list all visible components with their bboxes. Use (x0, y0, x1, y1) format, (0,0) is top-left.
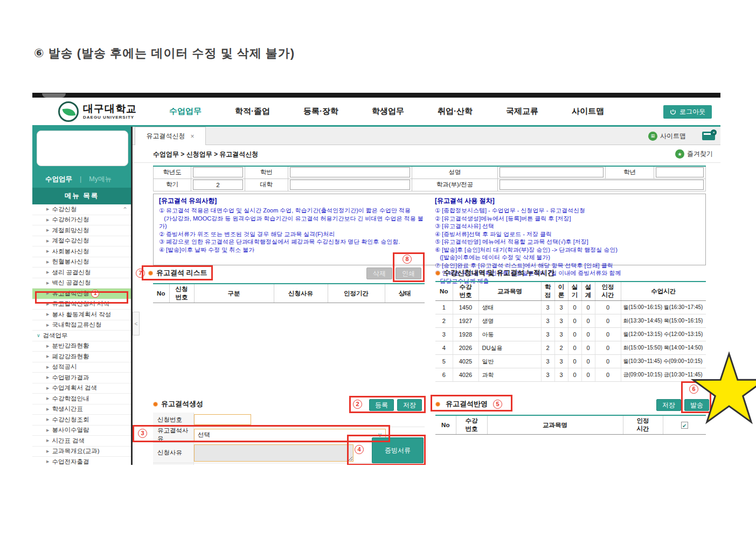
name-input[interactable] (500, 167, 604, 177)
nav-item[interactable]: 학생업무 (372, 106, 404, 116)
column-header: 수강 번호 (456, 415, 487, 435)
sidebar-item[interactable]: ▶유고결석신청1 (32, 289, 131, 299)
university-logo: 대구대학교 DAEGU UNIVERSITY (58, 101, 137, 122)
select-all-checkbox[interactable]: ✔ (681, 422, 688, 429)
breadcrumb: 수업업무 > 신청업무 > 유고결석신청 (153, 150, 258, 159)
major-input[interactable] (500, 180, 704, 190)
table-cell: 4025 (453, 355, 478, 368)
close-icon[interactable]: × (190, 133, 194, 140)
arrow-right-icon: ▶ (46, 228, 49, 232)
sitemap-link[interactable]: ⊞ 사이트맵 (648, 132, 686, 141)
notice-right-title: [유고결석 사용 절차] (435, 196, 701, 205)
nav-item[interactable]: 학적·졸업 (235, 106, 270, 116)
sidebar-item[interactable]: ▶계절희망신청 (32, 225, 131, 236)
print-button[interactable]: 인쇄 (396, 268, 421, 279)
absence-reason-select[interactable]: 선택 ∨ (194, 429, 386, 441)
sidebar-item-label: 수업전자출결 (52, 458, 89, 465)
nav-item[interactable]: 국제교류 (506, 106, 538, 116)
sidebar-item[interactable]: ▶학생시간표 (32, 404, 131, 415)
table-cell: DU실용 (478, 341, 541, 355)
table-row[interactable]: 11450생태33000월(15:00~16:15) 월(16:30~17:45… (435, 301, 706, 314)
table-cell: 3 (541, 328, 554, 341)
table-header-row: No수강 번호교과목명학 점이 론실 기설 계인정 시간수업시간 (435, 282, 706, 301)
evidence-button[interactable]: 증빙서류 (372, 437, 424, 463)
table-row[interactable]: 54025일반33000월(10:30~11:45) 수(09:00~10:15… (435, 355, 706, 368)
sidebar-item[interactable]: ▶성적공시 (32, 362, 131, 373)
table-cell: 과학 (478, 368, 541, 382)
sidebar-item[interactable]: ▶계절수강신청 (32, 236, 131, 247)
nav-item[interactable]: 취업·산학 (438, 106, 473, 116)
table-row[interactable]: 42026DU실용22000화(15:00~15:50) 목(14:00~14:… (435, 341, 706, 355)
scroll-up-arrow[interactable]: ⌃ (122, 206, 128, 214)
year-input[interactable] (193, 167, 243, 177)
sidebar-tab-classwork[interactable]: 수업업무 (45, 175, 72, 184)
table-cell: 금(09:00~10:15) 금(10:30~11:45) (621, 368, 706, 382)
sidebar-item[interactable]: ▶유고결석신청서 서식 (32, 299, 131, 310)
sidebar-item[interactable]: ▶백신 공결신청 (32, 278, 131, 289)
grade-input[interactable] (656, 167, 704, 177)
tab-absence-application[interactable]: 유고결석신청 × (135, 127, 206, 145)
section-bullet-icon (435, 271, 440, 276)
sidebar-item[interactable]: ▶헌혈봉사신청 (32, 257, 131, 268)
create-save-button[interactable]: 저장 (397, 399, 422, 411)
sidebar-item[interactable]: ▶수업전자출결 (32, 457, 131, 465)
apply-save-button[interactable]: 저장 (656, 399, 681, 411)
sidebar-item-label: 수업계획서 검색 (52, 384, 97, 392)
favorite-link[interactable]: ★ 즐겨찾기 (675, 149, 713, 159)
sidebar-item[interactable]: ▶수강신청조회 (32, 415, 131, 426)
sidebar-item[interactable]: ▶봉사 활동계획서 작성 (32, 310, 131, 320)
sidebar-item[interactable]: ▶생리 공결신청 (32, 268, 131, 278)
studentno-input[interactable] (290, 167, 410, 177)
table-cell: 1927 (453, 314, 478, 328)
table-cell: 0 (595, 328, 621, 341)
table-cell: 생명 (478, 314, 541, 328)
table-cell: 0 (595, 368, 621, 382)
semester-input[interactable]: 2 (193, 180, 243, 190)
grade-label: 학년 (606, 166, 654, 179)
college-input[interactable] (290, 180, 410, 190)
sidebar-item-label: 수강신청조회 (52, 416, 89, 424)
sidebar-tab-mymenu[interactable]: My메뉴 (89, 175, 112, 184)
sidebar-item[interactable]: ∨검색업무 (32, 331, 131, 341)
sidebar-item-label: 수강신청 (52, 205, 77, 214)
sidebar-item[interactable]: ▶폐강강좌현황 (32, 352, 131, 362)
arrow-right-icon: ▶ (46, 239, 49, 243)
sidebar-item[interactable]: ▶수강학점안내 (32, 394, 131, 404)
table-cell: 0 (595, 341, 621, 355)
sidebar-item[interactable]: ▶수업계획서 검색 (32, 383, 131, 394)
favorite-star-icon: ★ (675, 149, 684, 159)
close-all-windows-icon[interactable] (702, 132, 715, 140)
sidebar-item[interactable]: ▶시간표 검색 (32, 436, 131, 447)
arrow-right-icon: ▶ (46, 207, 49, 211)
table-cell: 0 (581, 341, 595, 355)
table-cell: 0 (581, 355, 595, 368)
sidebar-item-label: 유고결석신청 (52, 290, 89, 298)
delete-button[interactable]: 삭제 (366, 268, 392, 279)
sidebar-item[interactable]: ▶사회봉사신청 (32, 246, 131, 257)
sidebar-item[interactable]: ▶수강허가신청 (32, 215, 131, 226)
absence-list-table: No신청 번호구분신청사유인정기간상태 (153, 283, 425, 303)
semester-label: 학기 (154, 179, 191, 191)
sidebar-item[interactable]: ▶수강신청 (32, 204, 131, 215)
sidebar-item[interactable]: ▶분반강좌현황 (32, 341, 131, 352)
send-button[interactable]: 발송 (684, 399, 709, 411)
register-button[interactable]: 등록 (369, 399, 394, 411)
sidebar-item-label: 국내학점교류신청 (52, 321, 101, 329)
table-row[interactable]: 64026과학33000금(09:00~10:15) 금(10:30~11:45… (435, 368, 706, 382)
table-row[interactable]: 31928아동33000월(12:00~13:15) 수(12:00~13:15… (435, 328, 706, 341)
logout-button[interactable]: 로그아웃 (663, 105, 712, 119)
sidebar-item[interactable]: ▶교과목개요(교과) (32, 447, 131, 457)
nav-item[interactable]: 수업업무 (169, 106, 202, 116)
sidebar-item[interactable]: ▶수업평가결과 (32, 373, 131, 383)
nav-item[interactable]: 등록·장학 (303, 106, 338, 116)
appno-input[interactable] (194, 414, 251, 425)
column-header: 교과목명 (478, 282, 541, 301)
notice-left: [유고결석 유의사항] ① 유고결석 적용은 대면수업 및 실시간 Zoom 수… (154, 194, 429, 265)
sidebar-item[interactable]: ▶국내학점교류신청 (32, 320, 131, 331)
application-reason-textarea[interactable] (194, 444, 353, 462)
profile-box (37, 131, 128, 166)
table-row[interactable]: 21927생명33000화(13:30~14:45) 목(15:00~16:15… (435, 314, 706, 328)
nav-item[interactable]: 사이트맵 (572, 106, 604, 116)
sidebar-collapse-handle[interactable]: < (133, 312, 140, 335)
sidebar-item[interactable]: ▶봉사이수열람 (32, 426, 131, 436)
